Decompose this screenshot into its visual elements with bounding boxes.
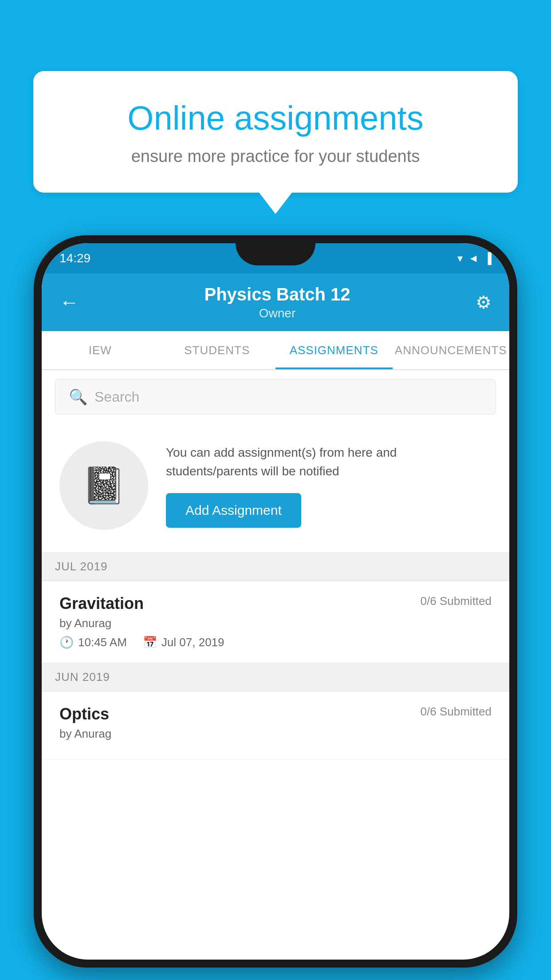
prompt-text: You can add assignment(s) from here and …	[166, 443, 492, 481]
settings-button[interactable]: ⚙	[476, 292, 492, 312]
section-header-jun: JUN 2019	[42, 663, 509, 692]
back-button[interactable]: ←	[59, 291, 79, 313]
search-icon: 🔍	[69, 388, 87, 406]
clock-icon: 🕐	[59, 636, 74, 649]
phone-notch	[236, 243, 315, 265]
app-bar-title-area: Physics Batch 12 Owner	[204, 285, 350, 320]
assignment-time: 10:45 AM	[78, 636, 127, 649]
signal-icon: ◄	[468, 252, 479, 265]
prompt-icon-circle: 📓	[59, 441, 148, 530]
tab-announcements[interactable]: ANNOUNCEMENTS	[393, 331, 510, 369]
section-header-jul: JUL 2019	[42, 553, 509, 581]
assignment-submitted: 0/6 Submitted	[421, 594, 492, 608]
phone-screen: 14:29 ▾ ◄ ▐ ← Physics Batch 12 Owner ⚙ I…	[42, 243, 509, 960]
search-bar[interactable]: 🔍 Search	[55, 379, 496, 415]
wifi-icon: ▾	[457, 252, 463, 265]
status-icons: ▾ ◄ ▐	[457, 252, 492, 265]
assignment-header: Gravitation 0/6 Submitted	[59, 594, 492, 613]
content-area: 🔍 Search 📓 You can add assignment(s) fro…	[42, 370, 509, 760]
app-bar-title: Physics Batch 12	[204, 285, 350, 304]
notebook-icon: 📓	[82, 465, 126, 506]
assignment-header-optics: Optics 0/6 Submitted	[59, 705, 492, 723]
prompt-card: 📓 You can add assignment(s) from here an…	[42, 423, 509, 553]
app-bar-subtitle: Owner	[204, 306, 350, 320]
tab-students[interactable]: STUDENTS	[159, 331, 276, 369]
prompt-content: You can add assignment(s) from here and …	[166, 443, 492, 528]
phone-frame: 14:29 ▾ ◄ ▐ ← Physics Batch 12 Owner ⚙ I…	[34, 235, 517, 968]
search-placeholder: Search	[94, 389, 139, 405]
assignment-item-optics[interactable]: Optics 0/6 Submitted by Anurag	[42, 692, 509, 760]
assignment-meta: 🕐 10:45 AM 📅 Jul 07, 2019	[59, 636, 492, 649]
battery-icon: ▐	[484, 252, 492, 265]
meta-time: 🕐 10:45 AM	[59, 636, 127, 649]
assignment-date: Jul 07, 2019	[161, 636, 224, 649]
tab-iew[interactable]: IEW	[42, 331, 159, 369]
speech-bubble: Online assignments ensure more practice …	[33, 71, 518, 193]
meta-date: 📅 Jul 07, 2019	[143, 636, 224, 649]
assignment-title-optics: Optics	[59, 705, 109, 723]
bubble-title: Online assignments	[64, 98, 487, 138]
add-assignment-button[interactable]: Add Assignment	[166, 493, 301, 528]
tab-assignments[interactable]: ASSIGNMENTS	[276, 331, 393, 369]
assignment-item-gravitation[interactable]: Gravitation 0/6 Submitted by Anurag 🕐 10…	[42, 581, 509, 663]
bubble-subtitle: ensure more practice for your students	[64, 147, 487, 166]
assignment-submitted-optics: 0/6 Submitted	[421, 705, 492, 719]
app-bar: ← Physics Batch 12 Owner ⚙	[42, 273, 509, 331]
search-container: 🔍 Search	[42, 370, 509, 423]
tabs-bar: IEW STUDENTS ASSIGNMENTS ANNOUNCEMENTS	[42, 331, 509, 370]
assignment-title: Gravitation	[59, 594, 144, 613]
assignment-author: by Anurag	[59, 616, 492, 630]
speech-bubble-area: Online assignments ensure more practice …	[33, 71, 518, 193]
status-time: 14:29	[59, 251, 91, 265]
status-bar: 14:29 ▾ ◄ ▐	[42, 243, 509, 273]
calendar-icon: 📅	[143, 636, 157, 649]
assignment-author-optics: by Anurag	[59, 727, 492, 741]
